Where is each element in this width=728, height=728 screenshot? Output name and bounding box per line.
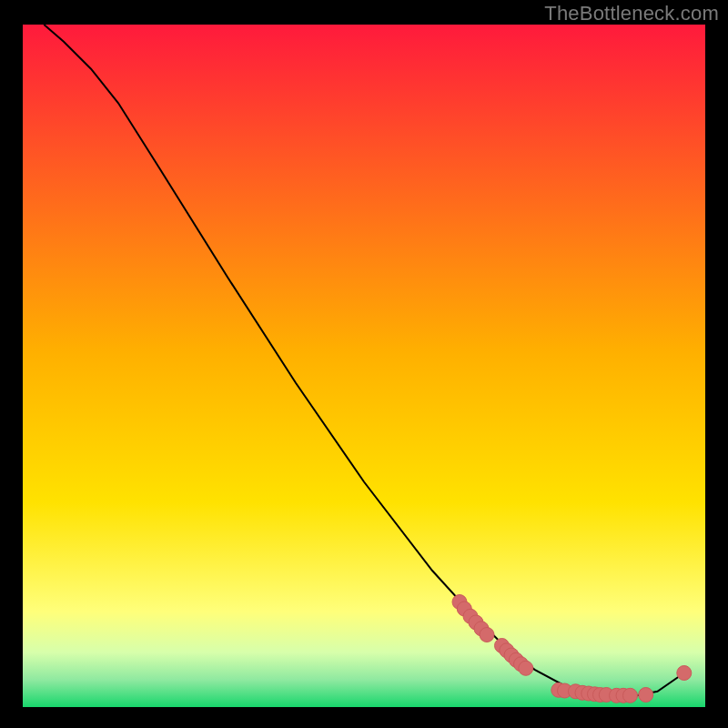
chart-stage: TheBottleneck.com [0,0,728,728]
curve-marker [623,688,638,703]
curve-marker [639,688,653,703]
plot-background [23,25,705,707]
attribution-text: TheBottleneck.com [544,2,719,25]
curve-marker [519,661,533,675]
curve-marker [480,628,494,642]
curve-marker [677,666,692,681]
bottleneck-chart [0,0,728,728]
